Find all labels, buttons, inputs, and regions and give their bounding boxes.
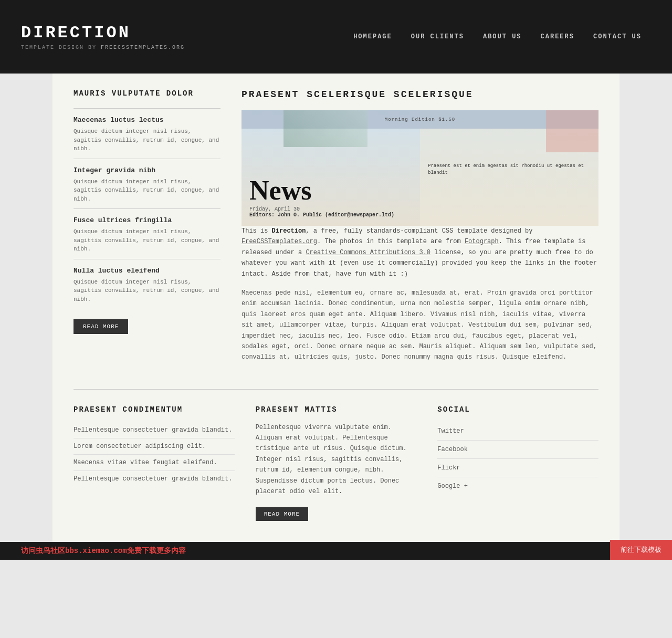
footer-list-item-2: Lorem consectetuer adipiscing elit.: [74, 438, 235, 455]
sidebar-item-4: Nulla luctus eleifend Quisque dictum int…: [74, 259, 220, 309]
logo-area: DIRECTION TEMPLATE DESIGN BY FREECSSTEMP…: [21, 23, 185, 50]
news-image: Morning Edition $1.50 News Friday, April…: [242, 110, 598, 226]
footer-read-more-button[interactable]: READ MORE: [256, 507, 308, 521]
sidebar-item-2-title: Integer gravida nibh: [74, 166, 220, 174]
footer-list-item-4: Pellentesque consectetuer gravida blandi…: [74, 471, 235, 487]
freecss-link-2[interactable]: FreeCSSTemplates.org: [242, 238, 317, 245]
header: DIRECTION TEMPLATE DESIGN BY FREECSSTEMP…: [0, 0, 672, 74]
img-header-text: Morning Edition $1.50: [385, 117, 455, 122]
bottom-bar: 访问虫鸟社区bbs.xiemao.com免费下载更多内容 前往下载模板: [0, 542, 672, 560]
social-facebook[interactable]: Facebook: [437, 441, 598, 459]
freecss-link[interactable]: FREECSSTEMPLATES.ORG: [101, 45, 185, 50]
img-news-content: News Friday, April 30 Editors: John O. P…: [249, 177, 394, 218]
footer-col-1-title: PRAESENT CONDIMENTUM: [74, 405, 235, 414]
sidebar-item-2-desc: Quisque dictum integer nisl risus, sagit…: [74, 177, 220, 204]
main-content: PRAESENT SCELERISQUE SCELERISQUE Morning…: [242, 89, 598, 363]
social-google-plus[interactable]: Google +: [437, 477, 598, 495]
sidebar-title: MAURIS VULPUTATE DOLOR: [74, 89, 220, 98]
news-image-bg: Morning Edition $1.50 News Friday, April…: [242, 110, 598, 226]
cc-license-link[interactable]: Creative Commons Attributions 3.0: [306, 249, 430, 256]
download-button[interactable]: 前往下载模板: [610, 540, 672, 560]
nav-homepage[interactable]: HOMEPAGE: [344, 28, 402, 46]
sidebar-item-3-title: Fusce ultrices fringilla: [74, 216, 220, 224]
sidebar-item-4-desc: Quisque dictum integer nisl risus, sagit…: [74, 278, 220, 304]
nav-about-us[interactable]: ABOUT US: [474, 28, 531, 46]
intro-paragraph: This is Direction, a free, fully standar…: [242, 226, 598, 279]
footer-list-item-3: Maecenas vitae vitae feugiat eleifend.: [74, 455, 235, 471]
img-date: Friday, April 30: [249, 206, 394, 212]
sidebar-item-1-desc: Quisque dictum integer nisl risus, sagit…: [74, 127, 220, 153]
intro-text-1: This is: [242, 227, 272, 235]
main-article-title: PRAESENT SCELERISQUE SCELERISQUE: [242, 89, 598, 100]
img-body-text: Praesent est et enim egestas sit rhonodi…: [428, 163, 591, 176]
watermark-text: 访问虫鸟社区bbs.xiemao.com免费下载更多内容: [21, 546, 186, 556]
nav-careers[interactable]: CAREERS: [531, 28, 584, 46]
sidebar: MAURIS VULPUTATE DOLOR Maecenas luctus l…: [74, 89, 220, 363]
footer-col-2: PRAESENT MATTIS Pellentesque viverra vul…: [256, 405, 417, 521]
sidebar-item-1-title: Maecenas luctus lectus: [74, 116, 220, 124]
img-edition: Editors: John O. Public (editor@newspape…: [249, 212, 394, 218]
body-paragraph: Maecenas pede nisl, elementum eu, ornare…: [242, 288, 598, 363]
img-pink-accent: [546, 110, 598, 152]
img-leaf-pattern: [284, 110, 368, 147]
sidebar-item-3-desc: Quisque dictum integer nisl risus, sagit…: [74, 227, 220, 254]
footer-area: PRAESENT CONDIMENTUM Pellentesque consec…: [74, 389, 598, 542]
sidebar-item-1: Maecenas luctus lectus Quisque dictum in…: [74, 108, 220, 159]
footer-col-2-text: Pellentesque viverra vulputate enim. Ali…: [256, 422, 417, 497]
footer-col-3: SOCIAL Twitter Facebook Flickr Google +: [437, 405, 598, 521]
sidebar-item-2: Integer gravida nibh Quisque dictum inte…: [74, 159, 220, 209]
img-news-big-text: News: [249, 177, 394, 204]
logo-title: DIRECTION: [21, 23, 185, 43]
intro-brand: Direction: [272, 227, 306, 235]
footer-list-item-1: Pellentesque consectetuer gravida blandi…: [74, 422, 235, 438]
page-wrapper: MAURIS VULPUTATE DOLOR Maecenas luctus l…: [52, 74, 620, 542]
fotograph-link[interactable]: Fotograph: [465, 238, 499, 245]
nav-contact-us[interactable]: CONTACT US: [584, 28, 651, 46]
nav: HOMEPAGE OUR CLIENTS ABOUT US CAREERS CO…: [344, 28, 651, 46]
sidebar-item-4-title: Nulla luctus eleifend: [74, 267, 220, 275]
social-flickr[interactable]: Flickr: [437, 459, 598, 477]
social-twitter[interactable]: Twitter: [437, 422, 598, 441]
footer-col-2-title: PRAESENT MATTIS: [256, 405, 417, 414]
sidebar-read-more-button[interactable]: READ MORE: [74, 319, 128, 334]
sidebar-item-3: Fusce ultrices fringilla Quisque dictum …: [74, 208, 220, 259]
content-area: MAURIS VULPUTATE DOLOR Maecenas luctus l…: [52, 74, 620, 379]
logo-subtitle-text: TEMPLATE DESIGN BY: [21, 45, 97, 50]
intro-text-3: . The photos in this template are from: [317, 238, 465, 245]
footer-col-3-title: SOCIAL: [437, 405, 598, 414]
footer-col-1: PRAESENT CONDIMENTUM Pellentesque consec…: [74, 405, 235, 521]
logo-subtitle: TEMPLATE DESIGN BY FREECSSTEMPLATES.ORG: [21, 45, 185, 50]
intro-text-2: , a free, fully standards-compliant CSS …: [306, 227, 532, 235]
nav-our-clients[interactable]: OUR CLIENTS: [402, 28, 474, 46]
